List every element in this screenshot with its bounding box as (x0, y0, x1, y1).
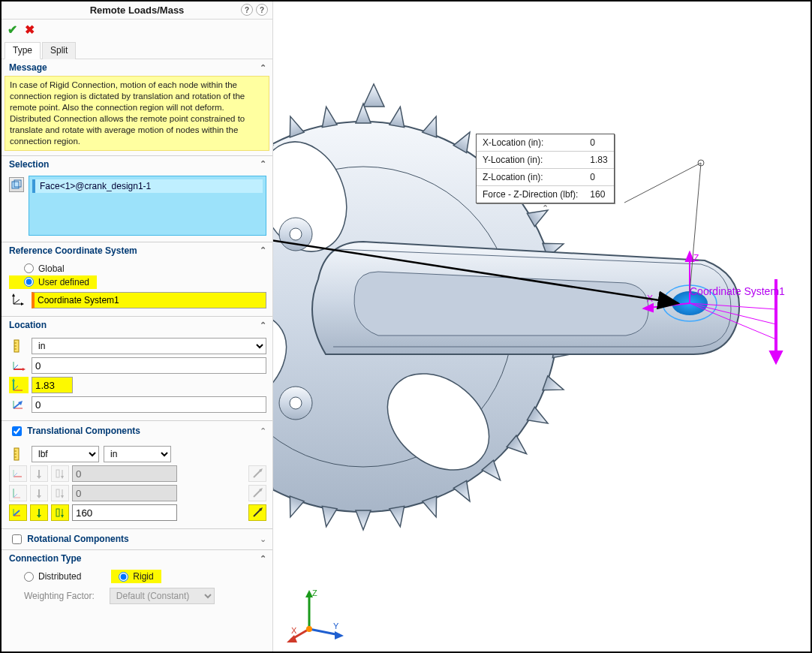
force-unit-select[interactable]: lbf (32, 446, 99, 462)
fx-input[interactable] (72, 465, 177, 482)
chevron-up-icon[interactable]: ⌃ (260, 159, 266, 169)
x-axis-icon (9, 357, 29, 374)
message-body: In case of Rigid Connection, motion of e… (5, 76, 269, 151)
svg-rect-42 (56, 489, 59, 497)
radio-distributed-label: Distributed (38, 571, 81, 582)
help-breadcrumb-icon[interactable]: ? (241, 4, 253, 16)
fz-direction-button[interactable] (9, 504, 27, 521)
info-row: Y-Location (in): 1.83 (477, 152, 614, 169)
svg-text:X: X (291, 626, 297, 635)
svg-marker-54 (61, 515, 64, 518)
chevron-up-icon[interactable]: ⌃ (260, 245, 266, 255)
chevron-down-icon[interactable]: ⌄ (260, 534, 266, 544)
tab-type[interactable]: Type (5, 42, 41, 59)
svg-marker-51 (37, 515, 41, 518)
tab-split[interactable]: Split (42, 42, 76, 59)
svg-rect-52 (56, 509, 59, 516)
fy-toggle-a-button[interactable] (30, 485, 48, 501)
info-value: 0 (584, 134, 613, 152)
chevron-up-icon[interactable]: ⌃ (542, 203, 549, 213)
coordinate-system-icon[interactable] (9, 292, 27, 308)
fz-toggle-a-button[interactable] (30, 504, 48, 521)
rotational-checkbox[interactable] (12, 534, 22, 544)
section-location: Location ⌃ in (2, 316, 272, 420)
location-unit-select[interactable]: in (32, 338, 266, 354)
fy-input[interactable] (72, 485, 177, 501)
fx-toggle-a-button[interactable] (30, 465, 48, 482)
z-axis-icon (9, 396, 29, 413)
graphics-viewport[interactable]: Z X (273, 2, 810, 651)
radio-rigid[interactable] (119, 572, 128, 582)
radio-user-defined[interactable] (24, 277, 34, 287)
selection-item[interactable]: Face<1>@crank_design1-1 (32, 179, 263, 193)
coord-system-label: Coordinate System1 (690, 285, 785, 297)
fx-toggle-b-button[interactable] (51, 465, 69, 482)
svg-text:X: X (647, 293, 653, 304)
section-translational-title: Translational Components (27, 426, 140, 436)
svg-line-82 (624, 163, 701, 203)
info-value: 1.83 (584, 152, 613, 169)
selection-listbox[interactable]: Face<1>@crank_design1-1 (29, 176, 266, 236)
section-message-title: Message (9, 62, 47, 73)
section-refcoord-title: Reference Coordinate System (9, 245, 137, 256)
chevron-up-icon[interactable]: ⌃ (260, 554, 266, 564)
location-y-input[interactable] (32, 377, 73, 393)
svg-point-94 (306, 626, 312, 632)
radio-distributed[interactable] (24, 572, 34, 582)
section-message: Message ⌃ In case of Rigid Connection, m… (2, 59, 272, 151)
chevron-up-icon[interactable]: ⌃ (260, 63, 266, 73)
info-label: Z-Location (in): (477, 169, 584, 186)
section-selection-title: Selection (9, 159, 49, 170)
section-connection-type: Connection Type ⌃ Distributed Rigid (2, 549, 272, 612)
fy-reverse-button[interactable] (248, 485, 266, 501)
help-icon[interactable]: ? (256, 4, 268, 16)
svg-point-67 (290, 397, 302, 409)
ok-button[interactable]: ✔ (8, 23, 17, 37)
location-x-input[interactable] (32, 357, 266, 374)
section-rotational: Rotational Components ⌄ (2, 528, 272, 549)
chevron-up-icon[interactable]: ⌃ (260, 426, 266, 436)
dist-unit-select[interactable]: in (104, 446, 171, 462)
cancel-button[interactable]: ✖ (25, 23, 35, 37)
fz-toggle-b-button[interactable] (51, 504, 69, 521)
svg-text:Z: Z (312, 588, 317, 597)
radio-global[interactable] (24, 263, 34, 273)
fy-toggle-b-button[interactable] (51, 485, 69, 501)
view-triad-icon[interactable]: Z Y X (287, 584, 347, 644)
fx-direction-button[interactable] (9, 465, 27, 482)
radio-user-defined-label: User defined (38, 277, 89, 287)
location-z-input[interactable] (32, 396, 266, 413)
svg-line-49 (14, 510, 20, 516)
translational-checkbox[interactable] (12, 426, 22, 436)
weighting-factor-label: Weighting Factor: (24, 591, 95, 601)
svg-marker-77 (770, 351, 782, 363)
fx-reverse-button[interactable] (248, 465, 266, 482)
panel-title: Remote Loads/Mass (90, 5, 185, 16)
svg-marker-34 (61, 476, 64, 479)
section-connection-title: Connection Type (9, 553, 81, 564)
units-icon (9, 338, 27, 354)
coord-system-input[interactable] (32, 292, 266, 308)
face-selection-icon[interactable] (9, 177, 24, 192)
fz-input[interactable] (72, 504, 177, 521)
chevron-up-icon[interactable]: ⌃ (260, 320, 266, 330)
fz-reverse-button[interactable] (248, 504, 266, 521)
y-axis-icon (9, 377, 29, 393)
svg-marker-41 (37, 495, 41, 498)
info-row: Force - Z-Direction (lbf): 160 (477, 186, 614, 203)
svg-marker-6 (21, 302, 24, 305)
info-value: 0 (584, 169, 613, 186)
svg-marker-44 (61, 495, 64, 498)
svg-marker-5 (12, 293, 15, 296)
info-row: X-Location (in): 0 (477, 134, 614, 152)
fy-direction-button[interactable] (9, 485, 27, 501)
svg-marker-13 (23, 368, 26, 371)
info-label: X-Location (in): (477, 134, 584, 152)
info-value: 160 (584, 186, 613, 203)
section-selection: Selection ⌃ Face<1>@crank_design1-1 (2, 155, 272, 242)
radio-rigid-label: Rigid (133, 571, 153, 582)
svg-rect-32 (56, 470, 59, 477)
section-location-title: Location (9, 320, 47, 330)
section-refcoord: Reference Coordinate System ⌃ Global Use… (2, 242, 272, 317)
info-label: Force - Z-Direction (lbf): (477, 186, 584, 203)
